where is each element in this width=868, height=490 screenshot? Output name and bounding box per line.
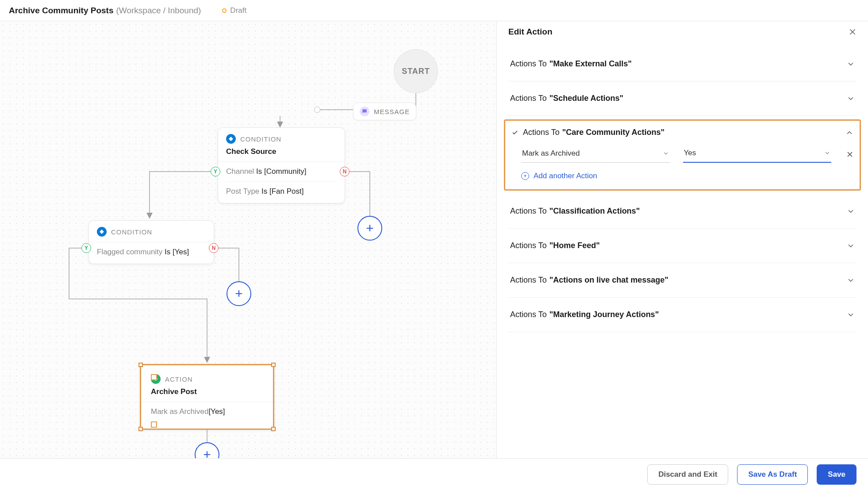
section-marketing-journey-actions: Actions To "Marketing Journey Actions" xyxy=(508,298,856,332)
section-schedule-actions: Actions To "Schedule Actions" xyxy=(508,81,856,116)
section-live-chat-actions: Actions To "Actions on live chat message… xyxy=(508,263,856,298)
svg-rect-0 xyxy=(229,137,233,141)
chevron-down-icon xyxy=(847,207,855,215)
connector-joint xyxy=(314,107,320,113)
branch-yes-badge: Y xyxy=(211,167,220,176)
condition-icon xyxy=(97,227,107,237)
message-icon xyxy=(360,107,369,116)
svg-rect-1 xyxy=(100,230,104,234)
discard-and-exit-button[interactable]: Discard and Exit xyxy=(647,464,728,485)
flow-canvas[interactable]: START MESSAGE CONDITION Check Source xyxy=(0,21,496,458)
section-toggle[interactable]: Actions To "Home Feed" xyxy=(508,229,856,263)
panel-title: Edit Action xyxy=(508,27,849,37)
section-toggle[interactable]: Actions To "Make External Calls" xyxy=(508,47,856,81)
chevron-down-icon xyxy=(824,150,830,156)
status-badge: Draft xyxy=(222,6,246,15)
section-home-feed: Actions To "Home Feed" xyxy=(508,229,856,263)
section-make-external-calls: Actions To "Make External Calls" xyxy=(508,47,856,81)
condition-node-check-source[interactable]: CONDITION Check Source Channel Is [Commu… xyxy=(218,127,345,203)
branch-yes-badge: Y xyxy=(81,243,91,253)
section-toggle[interactable]: Actions To "Classification Actions" xyxy=(508,194,856,228)
branch-no-badge: N xyxy=(209,243,219,253)
chevron-down-icon xyxy=(847,276,855,284)
chevron-up-icon xyxy=(845,129,853,137)
section-care-community-actions: Actions To "Care Community Actions" Mark… xyxy=(504,119,861,191)
main-split: START MESSAGE CONDITION Check Source xyxy=(0,21,868,458)
action-icon xyxy=(151,374,161,384)
action-select[interactable]: Mark as Archived xyxy=(521,146,670,163)
condition-icon xyxy=(226,134,236,144)
breadcrumb: (Workspace / Inbound) xyxy=(116,6,201,15)
chevron-down-icon xyxy=(847,242,855,250)
edit-action-panel: Edit Action Actions To "Make External Ca… xyxy=(496,21,868,458)
add-node-button[interactable]: + xyxy=(357,216,382,241)
save-as-draft-button[interactable]: Save As Draft xyxy=(737,464,808,485)
section-toggle[interactable]: Actions To "Schedule Actions" xyxy=(508,81,856,115)
node-title: Check Source xyxy=(226,147,337,156)
action-node-archive-post[interactable]: ACTION Archive Post Mark as Archived[Yes… xyxy=(140,364,274,430)
status-label: Draft xyxy=(230,6,246,15)
section-toggle[interactable]: Actions To "Actions on live chat message… xyxy=(508,263,856,297)
add-node-button[interactable]: + xyxy=(195,442,219,458)
node-type-label: CONDITION xyxy=(240,135,281,143)
close-panel-button[interactable] xyxy=(849,28,856,36)
node-title: Archive Post xyxy=(151,387,263,396)
message-node[interactable]: MESSAGE xyxy=(353,103,416,120)
check-icon xyxy=(511,130,518,136)
section-toggle[interactable]: Actions To "Care Community Actions" xyxy=(510,121,855,144)
condition-row: Post Type Is [Fan Post] xyxy=(226,182,337,201)
section-toggle[interactable]: Actions To "Marketing Journey Actions" xyxy=(508,298,856,332)
branch-no-badge: N xyxy=(340,167,350,176)
remove-row-button[interactable] xyxy=(845,151,855,158)
condition-node-flagged[interactable]: CONDITION Flagged community Is [Yes] xyxy=(88,220,214,264)
start-label: START xyxy=(402,67,430,76)
node-type-label: CONDITION xyxy=(111,228,152,236)
save-button[interactable]: Save xyxy=(817,464,856,485)
action-row: Mark as Archived[Yes] xyxy=(151,402,263,421)
app-header: Archive Community Posts (Workspace / Inb… xyxy=(0,0,868,21)
chevron-down-icon xyxy=(847,60,855,68)
condition-row: Flagged community Is [Yes] xyxy=(97,242,206,262)
status-dot-icon xyxy=(222,8,227,13)
start-node[interactable]: START xyxy=(394,49,438,93)
add-another-action-button[interactable]: + Add another Action xyxy=(510,163,855,182)
chevron-down-icon xyxy=(663,150,669,157)
message-type-label: MESSAGE xyxy=(374,108,410,115)
condition-row: Channel Is [Community] xyxy=(226,162,337,182)
footer-bar: Discard and Exit Save As Draft Save xyxy=(0,458,868,490)
node-type-label: ACTION xyxy=(165,375,193,383)
section-classification-actions: Actions To "Classification Actions" xyxy=(508,194,856,229)
chevron-down-icon xyxy=(847,311,855,319)
add-node-button[interactable]: + xyxy=(227,281,251,306)
value-select[interactable]: Yes xyxy=(683,146,832,163)
chevron-down-icon xyxy=(847,95,855,103)
plus-icon: + xyxy=(521,172,529,180)
page-title: Archive Community Posts xyxy=(9,6,114,15)
